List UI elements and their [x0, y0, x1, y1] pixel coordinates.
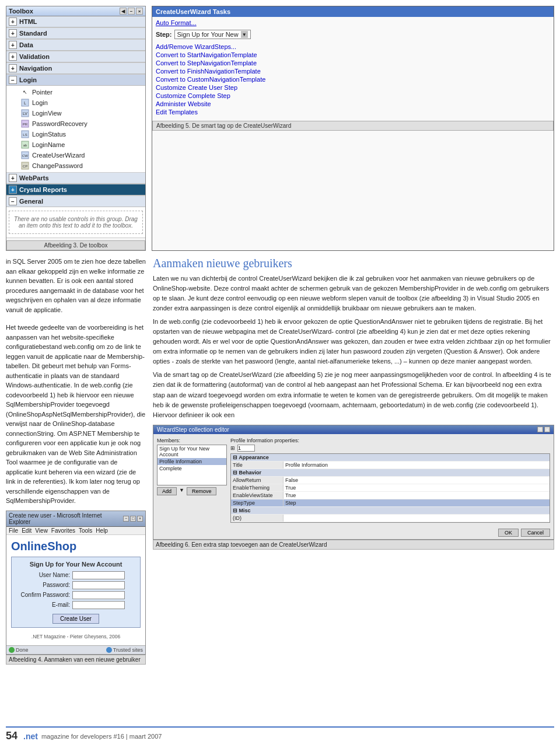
form-input-email[interactable]	[72, 601, 125, 609]
toolbox-group-data: + Data	[6, 40, 145, 51]
left-column: in SQL Server 2005 om te zien hoe deze t…	[6, 257, 146, 665]
toolbox-group-crystal: + Crystal Reports	[6, 184, 145, 196]
browser-title-buttons: − □ ×	[123, 516, 143, 522]
toolbox-group-login-header[interactable]: − Login	[6, 75, 145, 86]
we-remove-button[interactable]: Remove	[187, 487, 217, 495]
toolbox-titlebar: Toolbox ◀ − ×	[6, 6, 145, 16]
step-value: Sign Up for Your New	[177, 31, 239, 38]
we-cancel-button[interactable]: Cancel	[521, 529, 550, 537]
afbeelding4-caption: Afbeelding 4. Aanmaken van een nieuwe ge…	[6, 655, 146, 665]
toolbox-item-passwordrecovery[interactable]: PR PasswordRecovery	[6, 118, 145, 129]
toolbox-group-data-header[interactable]: + Data	[6, 40, 145, 51]
wizard-editor-screenshot: WizardStep collection editor ? × Members…	[153, 425, 554, 540]
toolbox-group-html-header[interactable]: + HTML	[6, 16, 145, 27]
magazine-info: magazine for developers #16 | maart 2007	[41, 733, 162, 740]
close-button[interactable]: ×	[136, 8, 143, 15]
toolbox-group-crystal-header[interactable]: + Crystal Reports	[6, 184, 145, 195]
toolbox-group-general: − General There are no usable controls i…	[6, 196, 145, 238]
we-list-item-signup[interactable]: Sign Up for Your New Account	[158, 445, 226, 458]
form-input-confirm-password[interactable]	[72, 591, 125, 599]
status-done: Done	[9, 647, 29, 653]
toolbox-item-loginname[interactable]: ab LoginName	[6, 139, 145, 150]
we-props-column: Profile Information properties: ⊞ ⊟ Appe…	[230, 438, 550, 523]
toolbox-item-login[interactable]: L Login	[6, 97, 145, 108]
minimize-button[interactable]: −	[128, 8, 135, 15]
signup-title: Sign Up for Your New Account	[18, 561, 134, 568]
form-label-username: User Name:	[18, 572, 70, 578]
form-row-email: E-mail:	[18, 601, 134, 609]
toolbox-titlebar-buttons: ◀ − ×	[120, 8, 143, 15]
toolbox-general-items: There are no usable controls in this gro…	[6, 207, 145, 237]
task-link-administer[interactable]: Administer Website	[156, 100, 550, 108]
browser-close-button[interactable]: ×	[137, 516, 143, 522]
toolbox-group-login: − Login ↖ Pointer L Login	[6, 75, 145, 173]
expand-icon: +	[9, 186, 17, 194]
svg-text:ab: ab	[23, 144, 27, 147]
toolbox-item-changepassword[interactable]: CP ChangePassword	[6, 160, 145, 171]
we-list-item-complete[interactable]: Complete	[158, 465, 226, 472]
item-createuserwizard-label: CreateUserWizard	[32, 152, 85, 159]
task-link-start-nav[interactable]: Convert to StartNavigationTemplate	[156, 51, 550, 59]
we-prop-steptype: StepType Step	[231, 499, 550, 507]
toolbox-item-loginview[interactable]: LV LoginView	[6, 108, 145, 118]
browser-menu-tools[interactable]: Tools	[79, 527, 92, 534]
status-trusted: Trusted sites	[106, 647, 143, 653]
we-number-input[interactable]	[237, 445, 255, 452]
toolbox-item-createuserwizard[interactable]: CW CreateUserWizard	[6, 150, 145, 160]
we-minimize-button[interactable]: ?	[537, 427, 543, 432]
toolbox-group-validation-header[interactable]: + Validation	[6, 51, 145, 62]
auto-format-link[interactable]: Auto Format...	[156, 19, 550, 26]
toolbox-group-general-header[interactable]: − General	[6, 196, 145, 207]
we-prop-allowreturn: AllowReturn False	[231, 477, 550, 484]
we-ok-button[interactable]: OK	[498, 529, 519, 537]
we-members-listbox[interactable]: Sign Up for Your New Account Profile Inf…	[157, 445, 227, 485]
loginname-icon: ab	[20, 140, 30, 149]
group-webparts-label: WebParts	[19, 174, 49, 181]
form-input-username[interactable]	[72, 571, 125, 579]
task-link-custom-nav[interactable]: Convert to CustomNavigationTemplate	[156, 75, 550, 83]
browser-menu-edit[interactable]: Edit	[22, 527, 32, 534]
browser-menu-help[interactable]: Help	[96, 527, 108, 534]
task-link-customize-create[interactable]: Customize Create User Step	[156, 83, 550, 92]
passwordrecovery-icon: PR	[20, 119, 30, 128]
no-usable-controls-text: There are no usable controls in this gro…	[9, 211, 143, 234]
toolbox-item-loginstatus[interactable]: LS LoginStatus	[6, 129, 145, 139]
we-prop-enabletheming: EnableTheming True	[231, 484, 550, 492]
browser-logo: OnlineShop	[11, 540, 141, 553]
browser-menu-favorites[interactable]: Favorites	[51, 527, 75, 534]
svg-text:CP: CP	[23, 165, 27, 168]
wizard-editor-titlebar: WizardStep collection editor ? ×	[153, 425, 554, 434]
we-add-button[interactable]: Add	[157, 487, 177, 495]
task-link-customize-complete[interactable]: Customize Complete Step	[156, 92, 550, 100]
group-standard-label: Standard	[19, 30, 47, 37]
browser-copyright: .NET Magazine - Pieter Gheysens, 2006	[11, 632, 141, 641]
step-dropdown[interactable]: Sign Up for Your New ▼	[174, 30, 251, 39]
item-loginname-label: LoginName	[32, 141, 65, 148]
step-label: Step:	[156, 31, 172, 38]
task-link-finish-nav[interactable]: Convert to FinishNavigationTemplate	[156, 67, 550, 75]
toolbox-group-navigation-header[interactable]: + Navigation	[6, 63, 145, 74]
browser-menu-view[interactable]: View	[35, 527, 48, 534]
we-prop-steptype-val: Step	[284, 499, 550, 506]
loginstatus-icon: LS	[20, 130, 30, 139]
toolbox-title: Toolbox	[9, 8, 33, 15]
expand-icon: +	[9, 29, 17, 37]
create-user-button[interactable]: Create User	[52, 614, 99, 624]
right-text-3: Via de smart tag op de CreateUserWizard …	[153, 370, 554, 420]
toolbox-group-standard-header[interactable]: + Standard	[6, 28, 145, 39]
browser-restore-button[interactable]: □	[130, 516, 136, 522]
form-row-password: Password:	[18, 581, 134, 589]
pin-button[interactable]: ◀	[120, 8, 127, 15]
task-link-add-remove[interactable]: Add/Remove WizardSteps...	[156, 43, 550, 51]
task-link-step-nav[interactable]: Convert to StepNavigationTemplate	[156, 59, 550, 67]
we-list-item-profile[interactable]: Profile Information	[158, 458, 226, 465]
toolbox-item-pointer[interactable]: ↖ Pointer	[6, 87, 145, 97]
toolbox-group-webparts-header[interactable]: + WebParts	[6, 173, 145, 184]
browser-menu-file[interactable]: File	[9, 527, 18, 534]
browser-minimize-button[interactable]: −	[123, 516, 129, 522]
we-close-button[interactable]: ×	[544, 427, 550, 432]
task-link-edit-templates[interactable]: Edit Templates	[156, 108, 550, 116]
group-data-label: Data	[19, 41, 33, 48]
form-input-password[interactable]	[72, 581, 125, 589]
toolbox-login-items: ↖ Pointer L Login LV LoginView	[6, 86, 145, 172]
